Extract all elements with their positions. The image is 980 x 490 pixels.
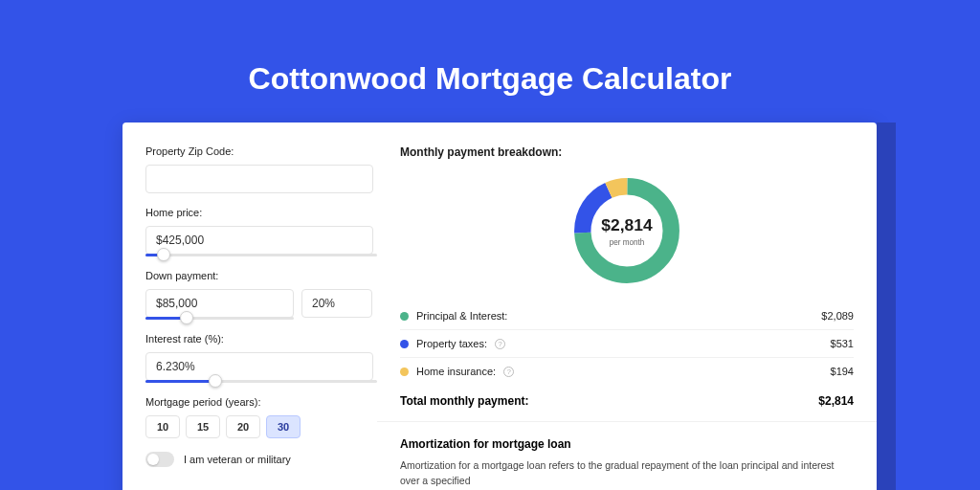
down-payment-amount-input[interactable] (145, 289, 294, 318)
period-option-20[interactable]: 20 (226, 415, 260, 438)
home-price-slider[interactable] (145, 254, 377, 256)
interest-rate-label: Interest rate (%): (145, 333, 377, 345)
info-icon[interactable]: ? (495, 339, 505, 349)
breakdown-title: Monthly payment breakdown: (400, 145, 854, 159)
zip-field: Property Zip Code: (145, 145, 377, 193)
down-payment-slider[interactable] (145, 317, 294, 320)
zip-label: Property Zip Code: (145, 145, 377, 157)
legend-dot-icon (400, 340, 409, 348)
period-option-30[interactable]: 30 (266, 415, 301, 438)
period-option-10[interactable]: 10 (145, 415, 180, 438)
amortization-title: Amortization for mortgage loan (400, 437, 854, 451)
legend-row-principal: Principal & Interest: $2,089 (400, 302, 854, 330)
donut-center-sub: per month (610, 238, 645, 247)
down-payment-slider-thumb[interactable] (180, 311, 193, 324)
legend: Principal & Interest: $2,089 Property ta… (400, 302, 854, 385)
donut-svg: $2,814 per month (568, 172, 685, 289)
down-payment-field: Down payment: (145, 270, 377, 320)
legend-row-insurance: Home insurance: ? $194 (400, 358, 854, 385)
donut-center-value: $2,814 (601, 215, 653, 234)
legend-value: $531 (831, 338, 854, 349)
app-background: Cottonwood Mortgage Calculator Property … (0, 0, 980, 490)
total-row: Total monthly payment: $2,814 (400, 385, 854, 421)
amortization-text: Amortization for a mortgage loan refers … (400, 458, 854, 489)
page-title: Cottonwood Mortgage Calculator (0, 0, 980, 97)
veteran-label: I am veteran or military (184, 454, 291, 465)
zip-input[interactable] (145, 165, 373, 193)
donut-chart: $2,814 per month (400, 167, 854, 302)
down-payment-label: Down payment: (145, 270, 377, 281)
down-payment-pct-input[interactable] (301, 289, 372, 318)
legend-dot-icon (400, 312, 409, 321)
period-option-15[interactable]: 15 (186, 415, 220, 438)
interest-rate-slider[interactable] (145, 380, 377, 383)
legend-label: Principal & Interest: (416, 310, 507, 322)
divider (377, 421, 877, 422)
veteran-field: I am veteran or military (145, 452, 377, 467)
total-label: Total monthly payment: (400, 394, 528, 408)
total-value: $2,814 (818, 394, 854, 408)
veteran-toggle[interactable] (145, 452, 174, 467)
legend-value: $194 (831, 366, 854, 377)
calculator-card: Property Zip Code: Home price: Down paym… (122, 122, 877, 490)
legend-value: $2,089 (821, 310, 854, 322)
home-price-slider-thumb[interactable] (157, 248, 170, 261)
period-options: 10 15 20 30 (145, 415, 377, 438)
home-price-field: Home price: (145, 207, 377, 256)
legend-row-taxes: Property taxes: ? $531 (400, 330, 854, 358)
home-price-input[interactable] (145, 226, 373, 255)
period-label: Mortgage period (years): (145, 396, 377, 408)
legend-label: Property taxes: (416, 338, 487, 349)
legend-label: Home insurance: (416, 366, 496, 377)
legend-dot-icon (400, 368, 409, 376)
breakdown-panel: Monthly payment breakdown: $2,814 per mo… (377, 122, 877, 490)
inputs-panel: Property Zip Code: Home price: Down paym… (122, 122, 377, 490)
period-field: Mortgage period (years): 10 15 20 30 (145, 396, 377, 438)
interest-rate-input[interactable] (145, 352, 373, 381)
interest-rate-field: Interest rate (%): (145, 333, 377, 383)
info-icon[interactable]: ? (503, 367, 514, 377)
interest-rate-slider-thumb[interactable] (209, 374, 222, 388)
home-price-label: Home price: (145, 207, 377, 218)
